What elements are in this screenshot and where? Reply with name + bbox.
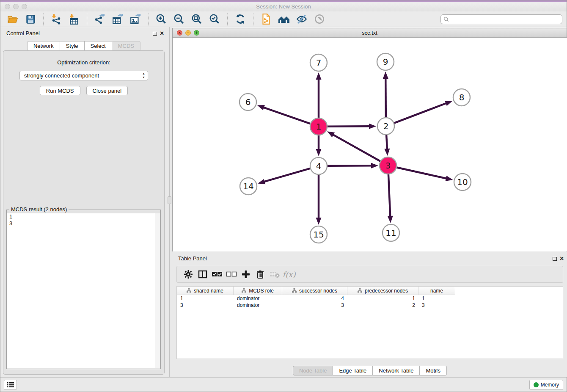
graph-edge-3-10[interactable] (397, 168, 447, 179)
column-header-MCDS-role[interactable]: MCDS role (234, 287, 282, 295)
graph-edge-3-1[interactable] (333, 135, 380, 161)
optimization-criterion-select[interactable]: strongly connected component ▲▼ (19, 71, 148, 80)
toolbar-separator (148, 13, 149, 25)
graph-edge-arrowhead (327, 131, 335, 137)
control-tab-style[interactable]: Style (60, 41, 85, 51)
add-row-icon[interactable] (239, 268, 253, 281)
graph-edge-1-6[interactable] (263, 107, 310, 124)
table-tabs: Node TableEdge TableNetwork TableMotifs (172, 366, 567, 375)
graph-edge-2-3[interactable] (386, 135, 387, 149)
export-table-icon[interactable] (111, 12, 124, 26)
table-cell[interactable]: 2 (347, 302, 418, 309)
deselect-all-rows-icon[interactable] (224, 268, 239, 281)
table-cell[interactable]: 3 (177, 302, 234, 309)
import-network-icon[interactable] (50, 12, 63, 26)
hide-selected-icon[interactable] (295, 12, 308, 26)
graph-edge-2-9[interactable] (385, 78, 386, 117)
memory-label: Memory (541, 382, 559, 388)
network-close-button[interactable]: × (177, 30, 182, 36)
control-panel-tabs: NetworkStyleSelectMCDS (0, 41, 167, 51)
save-session-icon[interactable] (24, 12, 37, 26)
run-mcds-button[interactable]: Run MCDS (40, 86, 80, 95)
column-header-label: successor nodes (299, 288, 337, 294)
graph-edge-3-11[interactable] (388, 174, 390, 217)
column-header-label: MCDS role (249, 288, 274, 294)
table-float-icon[interactable] (553, 257, 557, 261)
close-panel-icon[interactable]: × (160, 30, 164, 37)
graph-edge-4-3[interactable] (328, 166, 372, 166)
table-cell[interactable]: dominator (234, 302, 282, 309)
float-panel-icon[interactable] (153, 32, 157, 36)
table-cell[interactable]: dominator (234, 295, 282, 302)
optimization-criterion-label: Optimization criterion: (3, 59, 164, 66)
import-table-icon[interactable] (67, 12, 81, 26)
export-network-icon[interactable] (93, 12, 107, 26)
graph-edge-arrowhead (445, 101, 452, 106)
graph-node-label: 4 (316, 161, 322, 171)
zoom-in-icon[interactable] (154, 12, 168, 26)
table-row[interactable]: 3dominator323 (177, 302, 563, 309)
column-header-predecessor-nodes[interactable]: predecessor nodes (347, 287, 418, 295)
graph-edge-4-14[interactable] (264, 168, 310, 182)
table-tab-node-table[interactable]: Node Table (293, 366, 333, 375)
search-input[interactable] (440, 14, 562, 24)
refresh-view-icon[interactable] (234, 12, 247, 26)
control-tab-network[interactable]: Network (27, 41, 60, 51)
table-close-icon[interactable]: × (560, 255, 564, 262)
control-tab-select[interactable]: Select (85, 41, 112, 51)
clone-network-icon[interactable] (259, 12, 273, 26)
dropdown-selected-value: strongly connected component (24, 72, 99, 79)
table-cell[interactable]: 1 (177, 295, 234, 302)
table-cell[interactable]: 1 (418, 295, 455, 302)
column-header-shared-name[interactable]: shared name (177, 287, 234, 295)
network-minimize-button[interactable]: – (185, 30, 191, 36)
mcds-result-list[interactable]: 13 (7, 213, 160, 368)
function-builder-icon: f(x) (282, 268, 296, 281)
table-row[interactable]: 1dominator411 (177, 295, 563, 302)
table-tab-edge-table[interactable]: Edge Table (333, 366, 373, 375)
delete-row-icon[interactable] (253, 268, 267, 281)
panel-splitter-grip[interactable] (168, 196, 171, 204)
export-image-icon[interactable] (129, 12, 142, 26)
graph-edge-1-2[interactable] (328, 126, 370, 127)
application-window: Session: New Session (0, 0, 567, 392)
network-canvas-svg[interactable]: 1234678910111415 (173, 38, 567, 251)
network-maximize-button[interactable]: + (194, 30, 199, 36)
zoom-fit-icon[interactable] (190, 12, 204, 26)
close-panel-button[interactable]: Close panel (86, 86, 128, 95)
open-session-icon[interactable] (6, 12, 19, 26)
node-table[interactable]: shared nameMCDS rolesuccessor nodesprede… (176, 286, 563, 359)
graph-edge-2-8[interactable] (394, 103, 447, 123)
control-tab-mcds[interactable]: MCDS (112, 41, 140, 51)
mcds-tab-content: Optimization criterion: strongly connect… (3, 50, 165, 375)
graph-node-label: 15 (313, 229, 324, 240)
table-tab-network-table[interactable]: Network Table (373, 366, 420, 375)
toolbar-separator (227, 13, 228, 25)
show-all-icon[interactable] (313, 12, 326, 26)
delete-table-icon (267, 268, 282, 281)
graph-edge-arrowhead (388, 216, 393, 223)
column-tree-icon (242, 288, 246, 293)
zoom-out-icon[interactable] (172, 12, 186, 26)
memory-button[interactable]: Memory (529, 380, 563, 390)
toolbar-search (440, 14, 562, 24)
list-icon (7, 382, 14, 388)
select-all-rows-icon[interactable] (210, 268, 224, 281)
table-settings-icon[interactable] (181, 268, 195, 281)
first-neighbors-icon[interactable] (277, 12, 291, 26)
table-cell[interactable]: 1 (347, 295, 418, 302)
table-cell[interactable]: 3 (282, 302, 347, 309)
column-visibility-icon[interactable] (195, 268, 210, 281)
network-window-titlebar: × – + scc.txt (173, 28, 567, 38)
table-cell[interactable]: 4 (282, 295, 347, 302)
table-tab-motifs[interactable]: Motifs (420, 366, 447, 375)
task-history-button[interactable] (4, 380, 17, 390)
toolbar-separator (253, 13, 253, 25)
column-header-name[interactable]: name (418, 287, 455, 295)
result-scrollbar[interactable] (155, 213, 160, 368)
zoom-selected-icon[interactable] (208, 12, 221, 26)
column-header-successor-nodes[interactable]: successor nodes (282, 287, 347, 295)
table-cell[interactable]: 3 (418, 302, 455, 309)
column-tree-icon (292, 288, 297, 293)
graph-node-label: 6 (245, 97, 251, 107)
